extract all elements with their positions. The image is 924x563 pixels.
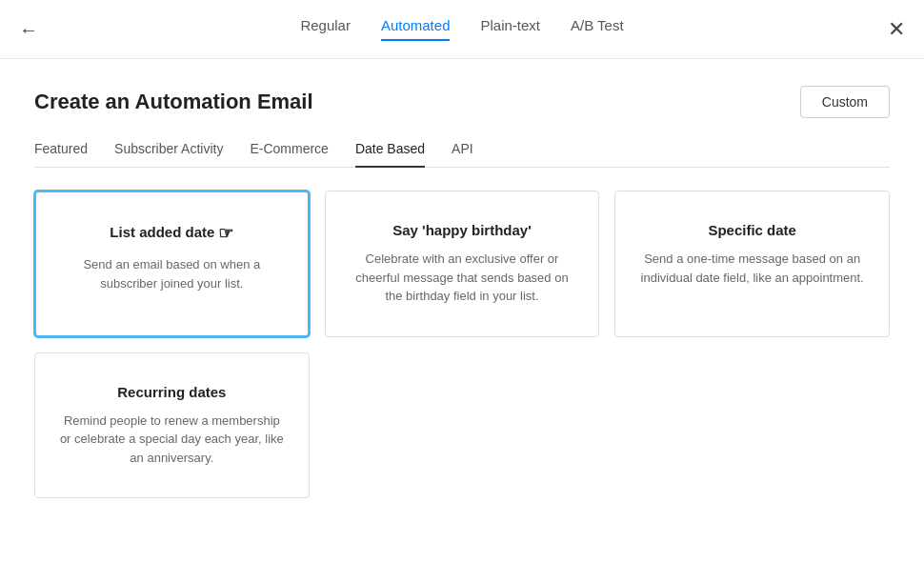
page-title: Create an Automation Email [34, 90, 313, 114]
sub-tabs: FeaturedSubscriber ActivityE-CommerceDat… [34, 141, 890, 168]
custom-button[interactable]: Custom [800, 86, 890, 118]
close-icon: ✕ [888, 17, 905, 42]
nav-tab-plain-text[interactable]: Plain-text [480, 17, 540, 41]
cards-row2: Recurring datesRemind people to renew a … [34, 352, 890, 499]
card-desc-1: Celebrate with an exclusive offer or che… [349, 250, 576, 306]
card-row2-title-0: Recurring dates [58, 384, 286, 400]
card-desc-2: Send a one-time message based on an indi… [638, 250, 866, 287]
sub-tab-api[interactable]: API [452, 141, 473, 168]
nav-tab-regular[interactable]: Regular [300, 17, 351, 41]
card-0[interactable]: List added date☞Send an email based on w… [34, 191, 310, 337]
card-title-0: List added date☞ [59, 223, 285, 244]
cursor-hand-icon: ☞ [218, 223, 233, 244]
back-icon: ← [19, 18, 38, 40]
back-button[interactable]: ← [19, 18, 38, 40]
card-2[interactable]: Specific dateSend a one-time message bas… [614, 191, 890, 337]
sub-tab-subscriber-activity[interactable]: Subscriber Activity [114, 141, 223, 168]
main-content: Create an Automation Email Custom Featur… [0, 59, 924, 498]
card-title-1: Say 'happy birthday' [349, 222, 576, 238]
sub-tab-e-commerce[interactable]: E-Commerce [250, 141, 328, 168]
cards-grid: List added date☞Send an email based on w… [34, 191, 890, 337]
close-button[interactable]: ✕ [888, 17, 905, 42]
header-row: Create an Automation Email Custom [34, 86, 890, 118]
nav-tab-a-b-test[interactable]: A/B Test [571, 17, 624, 41]
card-row2-desc-0: Remind people to renew a membership or c… [58, 412, 286, 468]
card-1[interactable]: Say 'happy birthday'Celebrate with an ex… [325, 191, 600, 337]
nav-tabs: RegularAutomatedPlain-textA/B Test [300, 17, 623, 41]
card-row2-0[interactable]: Recurring datesRemind people to renew a … [34, 352, 310, 499]
card-title-2: Specific date [638, 222, 866, 238]
sub-tab-featured[interactable]: Featured [34, 141, 88, 168]
card-desc-0: Send an email based on when a subscriber… [59, 255, 285, 292]
sub-tab-date-based[interactable]: Date Based [355, 141, 425, 168]
nav-tab-automated[interactable]: Automated [381, 17, 451, 41]
top-nav: ← RegularAutomatedPlain-textA/B Test ✕ [0, 0, 924, 59]
